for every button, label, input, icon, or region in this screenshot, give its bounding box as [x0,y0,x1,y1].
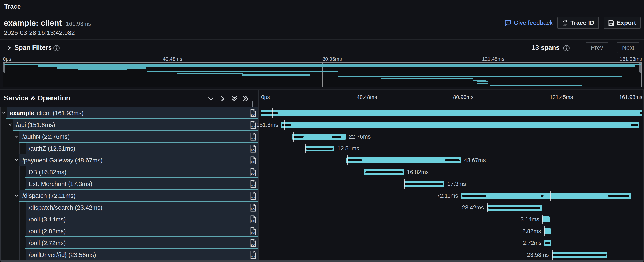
next-span-button[interactable]: Next [617,42,639,53]
log-icon[interactable]: LOG [250,203,257,213]
tree-indent-guide [13,154,14,166]
tree-indent-guide [7,178,7,190]
minimap-span-bar [381,78,473,79]
minimap-span-bar [242,74,310,76]
log-icon[interactable]: LOG [250,227,257,236]
log-icon[interactable]: LOG [250,121,257,130]
tree-indent-guide [20,214,20,225]
span-bar[interactable] [461,193,631,199]
span-timeline-row: 2.72ms [258,237,644,249]
tree-indent-guide [13,166,14,178]
trace-timestamp: 2025-03-28 16:13:42.082 [4,29,75,36]
span-bar[interactable] [346,157,461,163]
log-icon[interactable]: LOG [250,192,257,201]
log-icon[interactable]: LOG [250,239,257,248]
span-label: /dispatch (72.11ms) [22,192,76,199]
horizontal-scrollbar[interactable] [0,260,644,262]
chevron-down-icon[interactable] [14,134,19,140]
span-tree-row[interactable]: /poll (3.14ms)LOG [0,214,258,225]
span-duration-label: 12.51ms [338,142,359,154]
log-icon[interactable]: LOG [250,250,257,260]
span-row-content: /dispatch (72.11ms) [20,190,258,202]
span-row-content: exampleclient (161.93ms) [7,107,258,119]
chevron-right-icon[interactable] [6,45,12,52]
tree-indent-guide [0,119,1,131]
trace-id-button[interactable]: Trace ID [557,17,599,29]
span-count-info-icon[interactable] [563,45,570,52]
chevron-down-icon[interactable] [14,158,19,164]
span-tree-row[interactable]: /payment Gateway (48.67ms)LOG [0,154,258,166]
span-filters-bar: Span Filters 13 spans Prev Next [0,40,644,56]
span-duration-label: 72.11ms [437,190,458,202]
span-timeline-row: 23.58ms [258,249,644,261]
minimap-span-bar [474,80,486,81]
span-tree-row[interactable]: /authZ (12.51ms)LOG [0,142,258,154]
span-timeline-row: 16.82ms [258,166,644,178]
span-label: /api (151.8ms) [16,122,55,128]
span-duration-label: 48.67ms [464,154,486,166]
tree-indent-gutter [0,237,26,249]
collapse-one-icon[interactable] [207,95,215,103]
comment-icon [504,20,511,26]
span-label: /dispatch/search (23.42ms) [29,204,102,211]
span-label: /authN (22.76ms) [22,133,70,140]
span-tree-row[interactable]: /pollDriver/{id} (23.58ms)LOG [0,249,258,261]
span-tree-row[interactable]: /authN (22.76ms)LOG [0,131,258,142]
log-icon[interactable]: LOG [250,144,257,154]
prev-span-button[interactable]: Prev [586,42,608,53]
span-tree-row[interactable]: /poll (2.82ms)LOG [0,225,258,237]
span-row-content: /poll (2.72ms) [26,237,258,249]
svg-text:LOG: LOG [251,196,256,199]
span-event-tick [462,191,462,200]
span-tree-row[interactable]: /dispatch/search (23.42ms)LOG [0,202,258,214]
chevron-down-icon[interactable] [1,110,6,116]
span-label: /poll (2.72ms) [29,240,66,246]
span-tree-row[interactable]: DB (16.82ms)LOG [0,166,258,178]
tree-indent-guide [20,166,20,178]
span-bar[interactable] [261,110,642,116]
svg-text:LOG: LOG [251,255,256,258]
minimap-tick: 40.48ms [163,56,182,62]
span-row-content: /payment Gateway (48.67ms) [20,154,258,166]
span-tree-row[interactable]: Ext. Merchant (17.3ms)LOG [0,178,258,190]
tree-indent-guide [0,131,1,142]
tree-indent-gutter [0,225,26,237]
span-tree-row[interactable]: exampleclient (161.93ms)LOG [0,107,258,119]
log-icon[interactable]: LOG [250,180,257,189]
span-timeline-row: 3.14ms [258,214,644,225]
give-feedback-label: Give feedback [514,20,553,26]
span-bar[interactable] [281,122,639,128]
trace-view: Trace example: client 161.93ms 2025-03-2… [0,0,644,262]
tree-indent-guide [13,202,14,214]
log-icon[interactable]: LOG [250,168,257,177]
export-button[interactable]: Export [604,17,641,29]
span-tree-row[interactable]: /poll (2.72ms)LOG [0,237,258,249]
log-icon[interactable]: LOG [250,215,257,224]
span-timeline-row: 23.42ms [258,202,644,214]
chevron-down-icon[interactable] [14,193,19,199]
span-timeline-row: 2.82ms [258,225,644,237]
service-operation-header: Service & Operation [0,90,258,107]
chevron-down-icon[interactable] [8,122,13,128]
panel-resize-handle[interactable] [252,101,255,107]
span-bar[interactable] [542,216,550,222]
log-icon[interactable]: LOG [250,156,257,166]
svg-text:LOG: LOG [251,125,256,128]
log-icon[interactable]: LOG [250,132,257,142]
span-filters-label[interactable]: Span Filters [14,44,52,52]
span-tree-row[interactable]: /api (151.8ms)LOG [0,119,258,131]
span-tree-row[interactable]: /dispatch (72.11ms)LOG [0,190,258,202]
log-icon[interactable]: LOG [250,109,257,118]
collapse-all-icon[interactable] [230,95,238,103]
span-row-content: /authN (22.76ms) [20,131,258,142]
expand-all-icon[interactable] [242,95,250,103]
svg-text:LOG: LOG [251,244,256,246]
span-bar[interactable] [544,228,551,234]
expand-one-icon[interactable] [219,95,226,103]
span-row-content: /api (151.8ms) [13,119,258,131]
timeline-minimap[interactable] [3,62,642,87]
span-event-tick [545,238,545,248]
give-feedback-link[interactable]: Give feedback [504,20,553,26]
info-icon[interactable] [53,45,60,52]
tree-indent-guide [13,178,14,190]
